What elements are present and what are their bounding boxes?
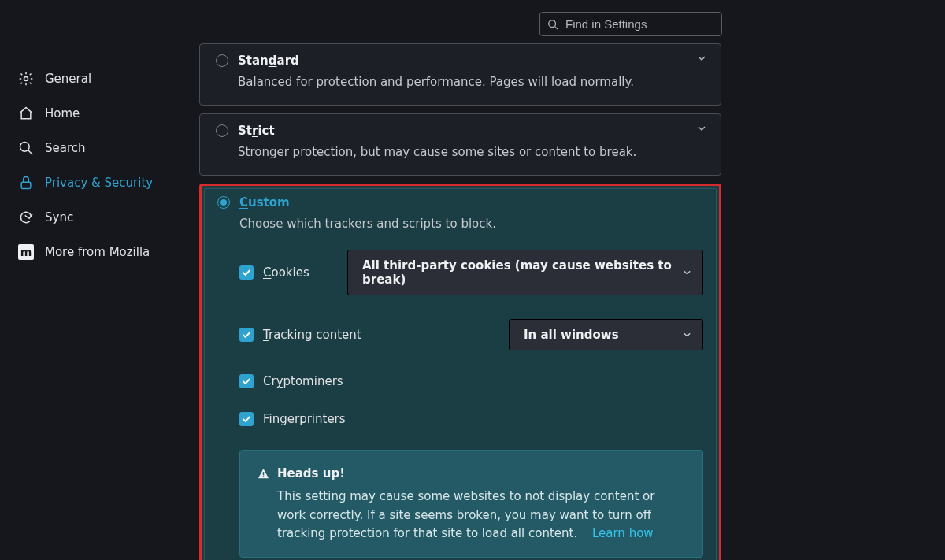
- custom-crypto-row: Cryptominers: [239, 374, 703, 388]
- warning-icon: [258, 468, 269, 480]
- chevron-down-icon: [683, 269, 691, 277]
- label-fingerprint: Fingerprinters: [263, 412, 346, 426]
- etp-custom-title: Custom: [239, 195, 290, 210]
- heads-up-body: This setting may cause some websites to …: [258, 488, 685, 543]
- label-cookies: Cookies: [263, 265, 309, 280]
- settings-sidebar: General Home Search Privacy & Security S…: [18, 61, 176, 269]
- etp-standard-desc: Balanced for protection and performance.…: [238, 74, 705, 91]
- etp-custom-panel[interactable]: Custom Choose which trackers and scripts…: [199, 184, 721, 560]
- checkbox-crypto[interactable]: [239, 374, 254, 388]
- sidebar-item-search[interactable]: Search: [18, 131, 176, 165]
- label-crypto: Cryptominers: [263, 374, 343, 388]
- etp-strict-title: Strict: [238, 124, 275, 138]
- custom-cookies-row: Cookies All third-party cookies (may cau…: [239, 250, 703, 295]
- sidebar-item-label: General: [45, 72, 91, 86]
- settings-search-container: [539, 12, 722, 36]
- lock-icon: [18, 175, 34, 191]
- label-tracking: Tracking content: [263, 328, 361, 342]
- heads-up-title: Heads up!: [258, 465, 685, 483]
- search-icon: [18, 140, 34, 156]
- etp-strict-desc: Stronger protection, but may cause some …: [238, 144, 705, 161]
- sidebar-item-label: Privacy & Security: [45, 176, 153, 190]
- svg-rect-5: [21, 182, 31, 188]
- sidebar-item-more-mozilla[interactable]: m More from Mozilla: [18, 235, 176, 269]
- svg-line-4: [28, 150, 33, 155]
- heads-up-box: Heads up! This setting may cause some we…: [239, 450, 703, 558]
- learn-how-link[interactable]: Learn how: [592, 526, 654, 540]
- sidebar-item-sync[interactable]: Sync: [18, 200, 176, 235]
- settings-main: Standard Balanced for protection and per…: [199, 43, 721, 560]
- sidebar-item-privacy-security[interactable]: Privacy & Security: [18, 165, 176, 200]
- sidebar-item-label: Home: [45, 106, 80, 121]
- chevron-down-icon: [683, 331, 691, 339]
- checkbox-fingerprint[interactable]: [239, 412, 254, 426]
- sidebar-item-label: Search: [45, 141, 86, 155]
- sidebar-item-general[interactable]: General: [18, 61, 176, 96]
- search-input[interactable]: [539, 12, 722, 36]
- radio-custom[interactable]: [217, 196, 230, 209]
- house-icon: [18, 106, 34, 121]
- checkbox-tracking[interactable]: [239, 328, 254, 342]
- svg-point-2: [24, 77, 28, 81]
- checkbox-cookies[interactable]: [239, 265, 254, 280]
- svg-rect-6: [263, 472, 265, 475]
- custom-fingerprint-row: Fingerprinters: [239, 412, 703, 426]
- sidebar-item-label: Sync: [45, 210, 73, 224]
- chevron-down-icon[interactable]: [697, 54, 706, 63]
- radio-standard[interactable]: [216, 54, 228, 67]
- sidebar-item-home[interactable]: Home: [18, 96, 176, 131]
- etp-strict-panel[interactable]: Strict Stronger protection, but may caus…: [199, 113, 721, 176]
- radio-strict[interactable]: [216, 124, 228, 137]
- gear-icon: [18, 71, 34, 87]
- mozilla-icon: m: [18, 244, 34, 260]
- svg-point-3: [20, 143, 30, 152]
- select-tracking[interactable]: In all windows: [509, 319, 703, 350]
- sync-icon: [18, 210, 34, 225]
- svg-rect-7: [263, 476, 265, 477]
- select-cookies[interactable]: All third-party cookies (may cause websi…: [347, 250, 703, 295]
- etp-standard-panel[interactable]: Standard Balanced for protection and per…: [199, 43, 721, 106]
- chevron-down-icon[interactable]: [697, 124, 706, 133]
- sidebar-item-label: More from Mozilla: [45, 245, 150, 259]
- custom-tracking-row: Tracking content In all windows: [239, 319, 703, 350]
- etp-standard-title: Standard: [238, 54, 299, 68]
- etp-custom-desc: Choose which trackers and scripts to blo…: [239, 216, 703, 232]
